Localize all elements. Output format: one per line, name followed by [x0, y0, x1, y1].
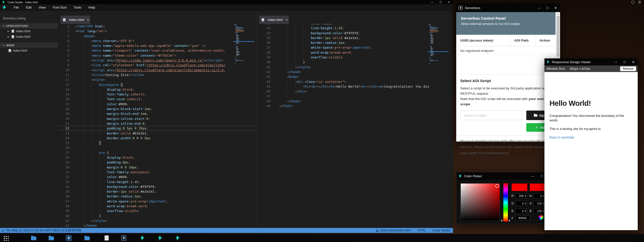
code-line: <style>: [75, 77, 237, 82]
saturation-value-area[interactable]: [461, 183, 500, 221]
taskbar-app-grid-icon[interactable]: [3, 235, 9, 241]
serverless-titlebar[interactable]: 0 Serverless — ☐ ✕: [456, 4, 560, 12]
sidebar-item-index.html[interactable]: index.html: [0, 48, 58, 53]
minimize-button[interactable]: —: [615, 61, 617, 63]
close-button[interactable]: ✕: [554, 6, 557, 10]
sync-icon[interactable]: ⇄: [2, 229, 4, 232]
scroll-up-icon[interactable]: ▲: [556, 12, 560, 16]
line-number: 34: [58, 184, 69, 189]
taskbar-text-file-icon[interactable]: [103, 235, 110, 241]
line-number: 38: [257, 50, 270, 55]
sidebar-section-open-editors[interactable]: ▾OPEN EDITORS: [0, 23, 58, 28]
value-input[interactable]: 0: [534, 193, 545, 198]
minimap[interactable]: [234, 24, 253, 65]
hex-input[interactable]: ff0000: [515, 216, 530, 221]
menu-file[interactable]: File: [10, 4, 22, 11]
code-line: }: [279, 60, 432, 64]
value-input[interactable]: 0: [515, 201, 527, 206]
color-picker-titlebar[interactable]: Color Picker — ☐: [456, 172, 556, 180]
line-number-gutter: 323334353637383940414243444546474849: [257, 21, 274, 108]
value-input[interactable]: 100: [534, 201, 545, 206]
menu-view[interactable]: View: [35, 4, 49, 11]
minimize-button[interactable]: —: [538, 7, 541, 9]
code-line: display:block;: [75, 87, 237, 92]
preview-heading: Hello World!: [549, 99, 591, 108]
minimize-button[interactable]: —: [431, 1, 434, 4]
code-line: blockquote {: [75, 82, 237, 87]
hue-slider[interactable]: [503, 183, 508, 222]
status-language[interactable]: HTML: [417, 229, 426, 232]
code-studio-logo-icon: [2, 1, 5, 4]
taskbar-media-player-icon[interactable]: [66, 235, 72, 241]
window-titlebar[interactable]: Code Studio - index.html — ☐ ✕: [0, 0, 453, 4]
code-line: background-color:#f9f9f9;: [279, 31, 432, 36]
taskbar-code-studio-icon[interactable]: [157, 235, 163, 241]
color-swatch-previous[interactable]: [530, 183, 546, 191]
preview-link[interactable]: Back to Aprintlab: [549, 135, 574, 139]
close-icon[interactable]: ✕: [7, 36, 9, 38]
menu-bar-items: FileEditViewFont SizeToolsHelp: [10, 4, 99, 11]
taskbar-code-studio-icon[interactable]: [139, 235, 146, 241]
stepper-icon[interactable]: [524, 202, 527, 205]
code-line: [279, 94, 432, 98]
code-editor[interactable]: 323334353637383940414243444546474849 col…: [257, 21, 432, 108]
refresh-button[interactable]: Refresh: [620, 66, 636, 71]
maximize-button[interactable]: ☐: [440, 1, 442, 4]
maximize-button[interactable]: ☐: [540, 175, 543, 178]
maximize-button[interactable]: ☐: [623, 61, 626, 63]
code-editor[interactable]: 1234567891011121314151617181920212223242…: [58, 24, 237, 228]
close-icon[interactable]: ✕: [286, 18, 288, 21]
sidebar-item-index.html[interactable]: ✕index.html: [0, 34, 58, 40]
menu-help[interactable]: Help: [85, 4, 99, 11]
taskbar-folder-icon[interactable]: [48, 235, 54, 241]
sv-selector-ring[interactable]: [495, 184, 499, 188]
code-line: <link rel="stylesheet" href="https://cdn…: [75, 63, 237, 67]
value-input[interactable]: 100: [534, 209, 545, 214]
menu-tools[interactable]: Tools: [70, 4, 85, 11]
stepper-icon[interactable]: [524, 195, 527, 197]
color-swatch-current[interactable]: [511, 183, 528, 191]
rdv-titlebar[interactable]: Responsive Design Viewer — ☐ ✕: [544, 58, 638, 65]
editor-group-2: 323334353637383940414243444546474849 col…: [256, 11, 453, 228]
color-wheel-icon[interactable]: [539, 215, 543, 220]
sidebar-item-index.html[interactable]: ✕index.html: [0, 28, 58, 34]
close-icon[interactable]: ✕: [7, 30, 9, 33]
taskbar-code-studio-icon[interactable]: [174, 235, 181, 241]
maximize-button[interactable]: ☐: [546, 7, 549, 9]
serverless-header-subtitle: Allow external services to run AGI scrip…: [461, 22, 551, 26]
minimize-button[interactable]: —: [531, 175, 534, 178]
tab-strip: index.html ✕: [257, 11, 453, 24]
chevron-down-icon: ▾: [3, 25, 4, 27]
taskbar-serverless-app-icon[interactable]: 0: [120, 235, 127, 241]
agi-script-location-input[interactable]: [460, 111, 522, 120]
file-icon: [12, 30, 14, 33]
code-line: <meta name="viewport" content="user-scal…: [75, 48, 237, 53]
tab-index-html[interactable]: index.html ✕: [60, 16, 90, 24]
line-number: 29: [58, 160, 69, 165]
line-number: 37: [58, 199, 69, 204]
line-number: 3: [58, 34, 69, 39]
status-circle-icon[interactable]: [631, 1, 634, 4]
taskbar-folder-icon[interactable]: [30, 235, 37, 241]
close-button[interactable]: ✕: [448, 1, 450, 4]
close-button[interactable]: ✕: [632, 60, 635, 64]
sidebar-sections: ▾OPEN EDITORS✕index.html✕index.html▾WWWi…: [0, 23, 58, 53]
value-input[interactable]: 0: [515, 209, 527, 214]
sidebar-section-www[interactable]: ▾WWW: [0, 43, 58, 48]
taskbar-folder-icon[interactable]: [84, 235, 90, 241]
line-number: 49: [257, 103, 270, 108]
menu-bar: FileEditViewFont SizeToolsHelp: [0, 4, 453, 11]
close-icon[interactable]: ✕: [87, 18, 89, 21]
menu-edit[interactable]: Edit: [22, 4, 35, 11]
scrollbar-thumb[interactable]: [557, 16, 560, 56]
minimap[interactable]: [429, 24, 448, 65]
check-icon: ✓: [535, 125, 538, 129]
status-file-path[interactable]: store:/www/index.html: [376, 229, 411, 232]
stepper-icon[interactable]: [524, 210, 527, 212]
rdv-page-preview: Hello World! Congratulation! You discove…: [544, 72, 638, 230]
value-input[interactable]: 255: [515, 193, 527, 198]
menu-font-size[interactable]: Font Size: [49, 4, 70, 11]
menu-icon[interactable]: ☰: [638, 1, 641, 4]
tab-index-html[interactable]: index.html ✕: [259, 16, 289, 24]
line-number: 39: [257, 55, 270, 60]
